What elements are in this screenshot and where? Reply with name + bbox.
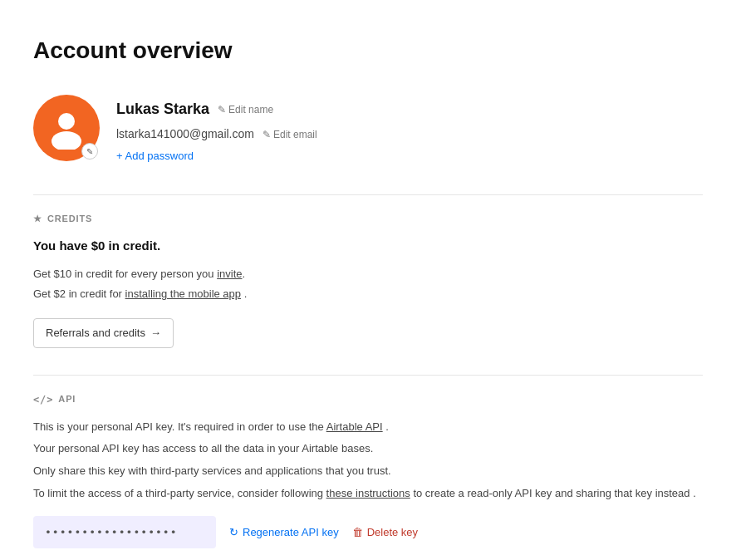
credits-section-label: CREDITS — [47, 212, 92, 226]
profile-email: lstarka141000@gmail.com — [116, 125, 254, 143]
install-text-pre: Get $2 in credit for — [33, 287, 122, 300]
install-mobile-link[interactable]: installing the mobile app — [125, 287, 241, 300]
referrals-button-label: Referrals and credits — [46, 325, 145, 341]
credits-section-header: ★ CREDITS — [33, 212, 703, 226]
api-desc1: This is your personal API key. It's requ… — [33, 419, 703, 436]
these-instructions-link[interactable]: these instructions — [326, 487, 410, 499]
add-password-label: Add password — [125, 148, 194, 165]
edit-name-label: Edit name — [228, 102, 273, 117]
person-icon — [45, 106, 88, 150]
api-section-label: API — [58, 392, 76, 406]
avatar-edit-button[interactable]: ✎ — [81, 143, 98, 160]
profile-section: ✎ Lukas Starka ✎ Edit name lstarka141000… — [33, 95, 703, 165]
api-section: </> API This is your personal API key. I… — [33, 392, 703, 549]
svg-point-0 — [58, 113, 75, 130]
profile-name: Lukas Starka — [116, 98, 209, 120]
api-desc1-post: . — [385, 420, 389, 433]
api-desc3: Only share this key with third-party ser… — [33, 463, 703, 480]
edit-email-link[interactable]: ✎ Edit email — [263, 127, 317, 142]
api-limit-pre: To limit the access of a third-party ser… — [33, 487, 323, 499]
credits-install-text: Get $2 in credit for installing the mobi… — [33, 286, 703, 303]
trash-icon: 🗑 — [352, 526, 363, 538]
plus-icon: + — [116, 148, 123, 165]
referrals-button[interactable]: Referrals and credits → — [33, 318, 174, 348]
delete-label: Delete key — [367, 526, 418, 538]
credits-invite-text: Get $10 in credit for every person you i… — [33, 266, 703, 283]
credits-balance: You have $0 in credit. — [33, 237, 703, 256]
regenerate-api-key-button[interactable]: ↻ Regenerate API key — [229, 526, 339, 538]
api-limit-post: to create a read-only API key and sharin… — [413, 487, 695, 499]
page-title: Account overview — [33, 33, 703, 68]
section-divider — [33, 194, 703, 195]
api-desc1-pre: This is your personal API key. It's requ… — [33, 420, 324, 433]
pencil-icon: ✎ — [86, 145, 93, 158]
invite-text-pre: Get $10 in credit for every person you — [33, 268, 214, 280]
profile-email-row: lstarka141000@gmail.com ✎ Edit email — [116, 125, 317, 143]
api-section-header: </> API — [33, 392, 703, 407]
svg-point-1 — [52, 131, 81, 150]
credits-section: ★ CREDITS You have $0 in credit. Get $10… — [33, 212, 703, 348]
api-key-field: •••••••••••••••••• — [33, 516, 216, 549]
profile-info: Lukas Starka ✎ Edit name lstarka141000@g… — [116, 95, 317, 165]
code-icon: </> — [33, 392, 53, 407]
airtable-api-link[interactable]: Airtable API — [326, 420, 383, 433]
avatar-wrapper: ✎ — [33, 95, 100, 161]
regenerate-label: Regenerate API key — [243, 526, 339, 538]
pencil-icon: ✎ — [263, 127, 271, 142]
star-icon: ★ — [33, 212, 42, 226]
invite-link[interactable]: invite — [217, 268, 242, 280]
api-section-divider — [33, 375, 703, 376]
install-text-post: . — [244, 287, 248, 300]
edit-name-link[interactable]: ✎ Edit name — [218, 102, 273, 117]
api-desc2: Your personal API key has access to all … — [33, 440, 703, 458]
api-key-row: •••••••••••••••••• ↻ Regenerate API key … — [33, 516, 703, 549]
profile-name-row: Lukas Starka ✎ Edit name — [116, 98, 317, 120]
pencil-icon: ✎ — [218, 102, 226, 117]
api-limit-text: To limit the access of a third-party ser… — [33, 485, 703, 503]
delete-key-button[interactable]: 🗑 Delete key — [352, 526, 418, 538]
refresh-icon: ↻ — [229, 526, 238, 538]
edit-email-label: Edit email — [273, 127, 317, 142]
arrow-right-icon: → — [150, 325, 161, 341]
add-password-link[interactable]: + Add password — [116, 148, 317, 165]
add-password-row: + Add password — [116, 148, 317, 165]
